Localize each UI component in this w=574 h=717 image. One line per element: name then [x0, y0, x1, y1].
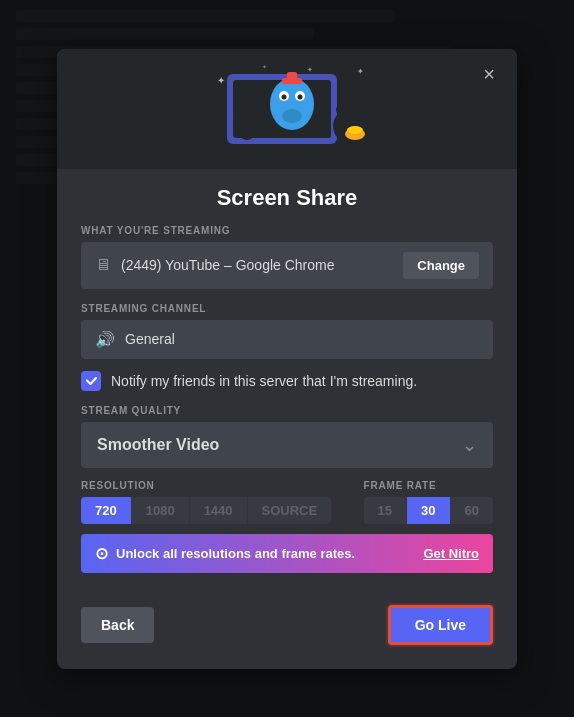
close-button[interactable]: × [475, 61, 503, 89]
notify-label: Notify my friends in this server that I'… [111, 373, 417, 389]
svg-point-7 [282, 109, 302, 123]
quality-dropdown[interactable]: Smoother Video ⌄ [81, 422, 493, 468]
channel-name: General [125, 331, 175, 347]
res-1440-button[interactable]: 1440 [190, 497, 248, 524]
nitro-banner: ⊙ Unlock all resolutions and frame rates… [81, 534, 493, 573]
fr-30-button[interactable]: 30 [407, 497, 450, 524]
resolution-group: 720 1080 1440 SOURCE [81, 497, 331, 524]
notify-row: Notify my friends in this server that I'… [81, 371, 493, 391]
modal-body: Screen Share WHAT YOU'RE STREAMING 🖥 (24… [57, 169, 517, 573]
quality-section-label: STREAM QUALITY [81, 405, 493, 416]
fr-60-button[interactable]: 60 [451, 497, 493, 524]
framerate-label: FRAME RATE [364, 480, 493, 491]
res-source-button[interactable]: SOURCE [248, 497, 332, 524]
monitor-icon: 🖥 [95, 256, 111, 274]
modal-title: Screen Share [81, 169, 493, 225]
res-1080-button[interactable]: 1080 [132, 497, 190, 524]
svg-point-13 [336, 104, 348, 116]
nitro-icon: ⊙ [95, 544, 108, 563]
quality-dropdown-text: Smoother Video [97, 436, 219, 454]
modal-backdrop: ✦ ✦ ✦ ✦ × Screen Share WHAT YOU'RE STREA… [0, 0, 574, 717]
svg-text:✦: ✦ [307, 66, 313, 73]
svg-text:✦: ✦ [357, 67, 364, 76]
back-button[interactable]: Back [81, 607, 154, 643]
screen-share-modal: ✦ ✦ ✦ ✦ × Screen Share WHAT YOU'RE STREA… [57, 49, 517, 669]
fr-15-button[interactable]: 15 [364, 497, 407, 524]
notify-checkbox[interactable] [81, 371, 101, 391]
go-live-button[interactable]: Go Live [388, 605, 493, 645]
channel-box: 🔊 General [81, 320, 493, 359]
svg-point-10 [237, 112, 257, 140]
framerate-col: FRAME RATE 15 30 60 [364, 480, 493, 524]
resolution-label: RESOLUTION [81, 480, 331, 491]
res-720-button[interactable]: 720 [81, 497, 132, 524]
stream-source-left: 🖥 (2449) YouTube – Google Chrome [95, 256, 335, 274]
streaming-section-label: WHAT YOU'RE STREAMING [81, 225, 493, 236]
options-row: RESOLUTION 720 1080 1440 SOURCE FRAME RA… [81, 480, 493, 524]
channel-section-label: STREAMING CHANNEL [81, 303, 493, 314]
nitro-text: Unlock all resolutions and frame rates. [116, 546, 355, 561]
get-nitro-link[interactable]: Get Nitro [423, 546, 479, 561]
change-button[interactable]: Change [403, 252, 479, 279]
svg-text:✦: ✦ [217, 75, 225, 86]
svg-point-15 [347, 126, 363, 134]
nitro-left: ⊙ Unlock all resolutions and frame rates… [95, 544, 355, 563]
framerate-group: 15 30 60 [364, 497, 493, 524]
svg-rect-9 [287, 72, 297, 80]
svg-text:✦: ✦ [262, 64, 267, 70]
stream-source-box: 🖥 (2449) YouTube – Google Chrome Change [81, 242, 493, 289]
modal-illustration: ✦ ✦ ✦ ✦ [57, 49, 517, 169]
svg-point-5 [282, 94, 287, 99]
chevron-down-icon: ⌄ [462, 434, 477, 456]
modal-footer: Back Go Live [57, 585, 517, 645]
resolution-col: RESOLUTION 720 1080 1440 SOURCE [81, 480, 331, 524]
svg-point-6 [298, 94, 303, 99]
speaker-icon: 🔊 [95, 330, 115, 349]
stream-source-name: (2449) YouTube – Google Chrome [121, 257, 335, 273]
svg-point-11 [240, 102, 254, 116]
quality-section: STREAM QUALITY Smoother Video ⌄ RESOLUTI… [81, 405, 493, 573]
